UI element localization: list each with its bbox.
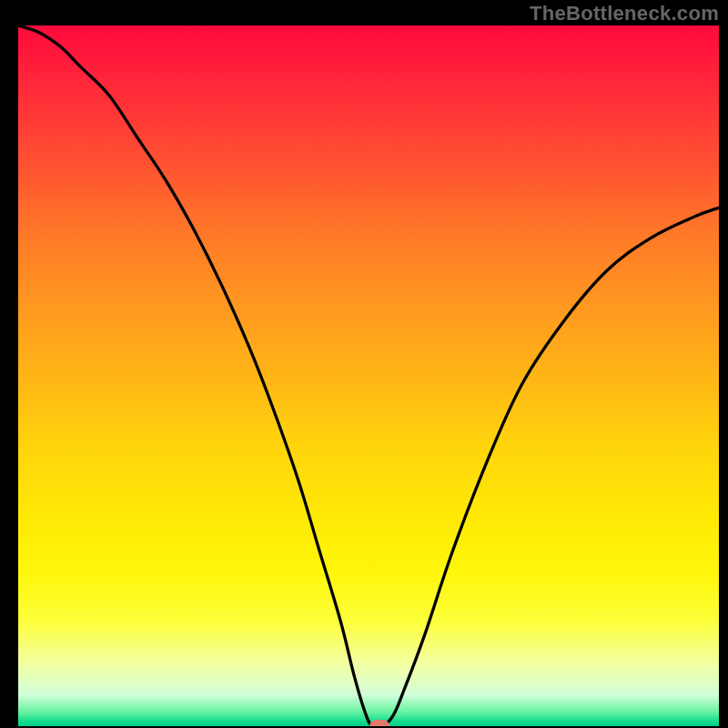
bottleneck-curve bbox=[18, 25, 719, 726]
watermark-text: TheBottleneck.com bbox=[530, 2, 719, 25]
curve-path bbox=[18, 25, 719, 726]
minimum-marker bbox=[369, 720, 389, 726]
chart-stage: TheBottleneck.com bbox=[0, 0, 728, 728]
plot-area bbox=[18, 25, 719, 726]
